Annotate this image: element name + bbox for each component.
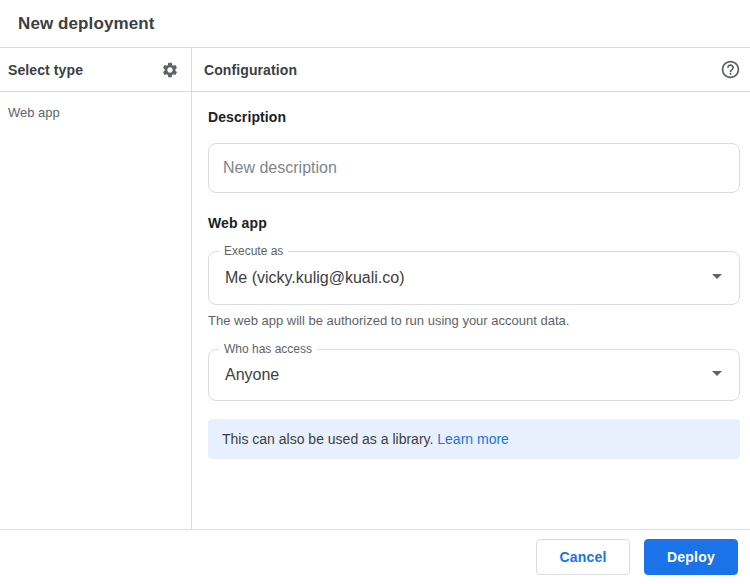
who-has-access-field-label: Who has access xyxy=(219,342,317,357)
library-info-banner: This can also be used as a library. Lear… xyxy=(208,419,740,459)
gear-icon[interactable] xyxy=(161,61,179,79)
execute-as-value: Me (vicky.kulig@kuali.co) xyxy=(225,269,705,287)
configuration-panel: Description Web app Execute as Me (vicky… xyxy=(192,92,750,529)
description-input[interactable] xyxy=(208,143,740,193)
dropdown-arrow-icon xyxy=(705,264,729,292)
help-icon[interactable] xyxy=(720,59,741,80)
new-deployment-dialog: New deployment Select type Configuration… xyxy=(0,0,750,584)
description-label: Description xyxy=(208,109,740,125)
dropdown-arrow-icon xyxy=(705,361,729,389)
dialog-title: New deployment xyxy=(18,14,154,34)
execute-as-select[interactable]: Execute as Me (vicky.kulig@kuali.co) xyxy=(208,251,740,305)
dialog-footer: Cancel Deploy xyxy=(0,529,750,584)
who-has-access-value: Anyone xyxy=(225,366,705,384)
web-app-section-label: Web app xyxy=(208,215,740,231)
learn-more-link[interactable]: Learn more xyxy=(437,431,509,447)
sidebar-item-web-app[interactable]: Web app xyxy=(8,105,183,120)
deployment-type-sidebar: Web app xyxy=(0,92,192,529)
library-info-text: This can also be used as a library. xyxy=(222,431,433,447)
execute-as-field-label: Execute as xyxy=(219,244,288,259)
execute-as-helper-text: The web app will be authorized to run us… xyxy=(208,313,740,328)
subheader-row: Select type Configuration xyxy=(0,48,750,92)
configuration-label: Configuration xyxy=(204,62,297,78)
cancel-button[interactable]: Cancel xyxy=(536,539,630,575)
deploy-button[interactable]: Deploy xyxy=(644,539,738,575)
dialog-header: New deployment xyxy=(0,0,750,48)
configuration-header: Configuration xyxy=(192,48,750,91)
select-type-header: Select type xyxy=(0,48,192,91)
select-type-label: Select type xyxy=(8,62,83,78)
dialog-body: Web app Description Web app Execute as M… xyxy=(0,92,750,529)
who-has-access-select[interactable]: Who has access Anyone xyxy=(208,349,740,401)
